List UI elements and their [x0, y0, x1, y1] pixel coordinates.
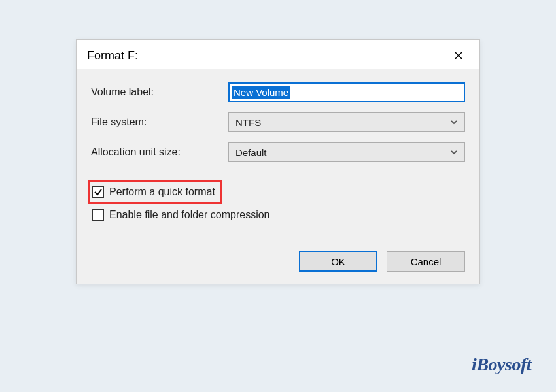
- volume-label-input[interactable]: New Volume: [228, 82, 465, 102]
- checkbox-group: Perform a quick format Enable file and f…: [91, 180, 465, 223]
- cancel-button[interactable]: Cancel: [387, 251, 465, 272]
- ok-button-label: OK: [331, 256, 345, 267]
- checkbox-row-compression[interactable]: Enable file and folder compression: [91, 206, 465, 223]
- button-row: OK Cancel: [91, 251, 465, 272]
- close-icon: [454, 51, 463, 60]
- dialog-body: Volume label: New Volume File system: NT…: [77, 69, 479, 284]
- row-allocation: Allocation unit size: Default: [91, 142, 465, 162]
- cancel-button-label: Cancel: [411, 256, 442, 267]
- quick-format-checkbox[interactable]: [92, 186, 104, 198]
- titlebar: Format F:: [77, 40, 479, 69]
- dialog-title: Format F:: [87, 49, 138, 63]
- highlight-quick-format: Perform a quick format: [88, 180, 222, 204]
- watermark-logo: iBoysoft: [472, 354, 531, 375]
- file-system-value: NTFS: [235, 117, 261, 128]
- chevron-down-icon: [450, 118, 458, 126]
- row-file-system: File system: NTFS: [91, 112, 465, 132]
- allocation-value: Default: [235, 147, 267, 158]
- chevron-down-icon: [450, 148, 458, 156]
- volume-label-value: New Volume: [232, 86, 290, 99]
- compression-label: Enable file and folder compression: [109, 209, 269, 221]
- quick-format-label: Perform a quick format: [109, 186, 215, 198]
- file-system-select[interactable]: NTFS: [228, 112, 465, 132]
- row-volume-label: Volume label: New Volume: [91, 82, 465, 102]
- checkbox-row-quick-format[interactable]: Perform a quick format: [91, 184, 217, 201]
- format-dialog: Format F: Volume label: New Volume File …: [76, 39, 480, 284]
- compression-checkbox[interactable]: [92, 209, 104, 221]
- volume-label-label: Volume label:: [91, 86, 228, 98]
- close-button[interactable]: [447, 46, 470, 65]
- checkmark-icon: [94, 188, 103, 197]
- file-system-label: File system:: [91, 116, 228, 128]
- allocation-label: Allocation unit size:: [91, 146, 228, 158]
- ok-button[interactable]: OK: [299, 251, 377, 272]
- allocation-select[interactable]: Default: [228, 142, 465, 162]
